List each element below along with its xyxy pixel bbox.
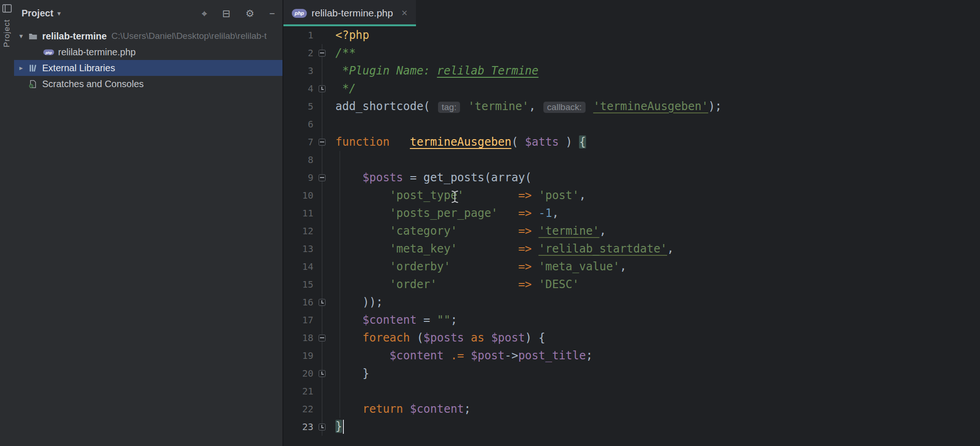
ide-window: Project Project ▾ ⌖⊟⚙− ▾relilab-termineC…	[0, 0, 980, 446]
fold-end-icon[interactable]	[319, 299, 326, 306]
chevron-down-icon[interactable]: ▾	[15, 32, 27, 40]
fold-collapse-icon[interactable]	[319, 334, 326, 342]
text-caret	[343, 420, 344, 434]
collapse-all-icon[interactable]: ⊟	[222, 8, 230, 18]
code-line-17: 17 $content = "";	[283, 311, 980, 329]
line-number: 10	[283, 190, 313, 201]
code-text[interactable]: 'meta_key' => 'relilab_startdate',	[335, 242, 674, 255]
line-number: 15	[283, 279, 313, 290]
tree-item-relilab-termine-root[interactable]: ▾relilab-termineC:\Users\Daniel\Desktop\…	[14, 28, 282, 44]
code-text[interactable]: 'order' => 'DESC'	[335, 278, 579, 291]
gutter-fold-column	[313, 334, 330, 342]
svg-text:php: php	[45, 50, 52, 54]
code-line-11: 11 'posts_per_page' => -1,	[283, 204, 980, 222]
gutter-fold-column	[313, 424, 330, 431]
tool-window-stripe-icon[interactable]	[2, 4, 12, 13]
code-line-13: 13 'meta_key' => 'relilab_startdate',	[283, 240, 980, 258]
code-line-1: 1<?php	[283, 26, 980, 44]
code-text[interactable]: /**	[335, 46, 356, 59]
code-text[interactable]: 'orderby' => 'meta_value',	[335, 260, 626, 273]
line-number: 12	[283, 225, 313, 237]
fold-end-icon[interactable]	[319, 424, 326, 431]
line-number: 4	[283, 83, 313, 94]
fold-end-icon[interactable]	[319, 370, 326, 377]
code-line-5: 5add_shortcode( tag: 'termine', callback…	[283, 97, 980, 115]
code-text[interactable]: function termineAusgeben( $atts ) {	[335, 135, 586, 149]
line-number: 18	[283, 332, 313, 343]
code-line-2: 2/**	[283, 44, 980, 62]
code-text[interactable]: ));	[335, 296, 383, 309]
chevron-right-icon[interactable]: ▸	[15, 64, 27, 72]
gutter-fold-column	[313, 299, 330, 306]
line-number: 11	[283, 208, 313, 219]
code-editor[interactable]: 1<?php2/**3 *Plugin Name: relilab Termin…	[283, 26, 980, 446]
code-line-21: 21	[283, 382, 980, 400]
locate-icon[interactable]: ⌖	[201, 8, 207, 18]
code-text[interactable]: $content .= $post->post_title;	[335, 349, 593, 362]
gutter-fold-column	[313, 50, 330, 57]
code-text[interactable]: }	[335, 420, 344, 434]
code-text[interactable]: }	[335, 367, 369, 380]
editor-tab-bar: php relilab-termine.php ×	[283, 0, 980, 26]
code-text[interactable]: foreach ($posts as $post) {	[335, 331, 545, 344]
hide-panel-icon[interactable]: −	[269, 8, 275, 18]
code-line-22: 22 return $content;	[283, 400, 980, 418]
code-line-4: 4 */	[283, 80, 980, 97]
line-number: 13	[283, 243, 313, 254]
line-number: 17	[283, 314, 313, 326]
code-text[interactable]: <?php	[335, 29, 369, 42]
project-stripe-button[interactable]: Project	[2, 19, 12, 47]
tree-item-label: Scratches and Consoles	[42, 79, 144, 89]
code-text[interactable]: 'post_type' => 'post',	[335, 189, 586, 202]
code-text[interactable]: $posts = get_posts(array(	[335, 171, 532, 184]
line-number: 3	[283, 65, 313, 76]
code-line-20: 20 }	[283, 364, 980, 382]
code-line-23: 23}	[283, 418, 980, 436]
line-number: 19	[283, 350, 313, 361]
project-panel-title[interactable]: Project ▾	[22, 8, 60, 19]
fold-collapse-icon[interactable]	[319, 139, 326, 146]
editor-tab-label: relilab-termine.php	[312, 7, 393, 19]
tab-close-icon[interactable]: ×	[401, 8, 408, 18]
code-line-10: 10 'post_type' => 'post',	[283, 186, 980, 204]
line-number: 9	[283, 172, 313, 183]
editor-tab[interactable]: php relilab-termine.php ×	[283, 0, 416, 26]
folder-icon	[27, 31, 38, 41]
project-panel-toolbar: ⌖⊟⚙−	[201, 8, 275, 18]
tree-item-external-libraries[interactable]: ▸External Libraries	[14, 60, 282, 76]
line-number: 1	[283, 30, 313, 41]
line-number: 16	[283, 297, 313, 308]
code-text[interactable]: 'category' => 'termine',	[335, 224, 606, 238]
settings-gear-icon[interactable]: ⚙	[245, 8, 254, 18]
php-file-icon: php	[292, 9, 307, 18]
chevron-down-icon: ▾	[58, 10, 61, 17]
line-number: 23	[283, 421, 313, 432]
code-text[interactable]: $content = "";	[335, 313, 457, 327]
code-text[interactable]: *Plugin Name: relilab Termine	[335, 64, 539, 77]
tree-item-relilab-termine-php[interactable]: phprelilab-termine.php	[14, 44, 282, 60]
line-number: 7	[283, 136, 313, 148]
code-text[interactable]: */	[335, 82, 356, 95]
tree-item-label: relilab-termine	[42, 31, 107, 42]
project-panel-title-label: Project	[22, 8, 53, 19]
tree-item-path: C:\Users\Daniel\Desktop\relilab\relilab-…	[111, 31, 267, 41]
code-text[interactable]: 'posts_per_page' => -1,	[335, 207, 559, 220]
code-line-9: 9 $posts = get_posts(array(	[283, 169, 980, 186]
code-line-8: 8	[283, 151, 980, 169]
line-number: 21	[283, 386, 313, 397]
tree-item-label: relilab-termine.php	[58, 47, 136, 58]
tree-item-scratches-and-consoles[interactable]: Scratches and Consoles	[14, 76, 282, 92]
fold-collapse-icon[interactable]	[319, 174, 326, 181]
project-panel: Project ▾ ⌖⊟⚙− ▾relilab-termineC:\Users\…	[14, 0, 283, 446]
gutter-fold-column	[313, 139, 330, 146]
code-line-6: 6	[283, 115, 980, 133]
gutter-fold-column	[313, 370, 330, 377]
code-line-3: 3 *Plugin Name: relilab Termine	[283, 62, 980, 80]
line-number: 8	[283, 154, 313, 165]
code-text[interactable]: add_shortcode( tag: 'termine', callback:…	[335, 100, 722, 113]
line-number: 6	[283, 119, 313, 130]
fold-collapse-icon[interactable]	[319, 50, 326, 57]
fold-end-icon[interactable]	[319, 85, 326, 92]
code-line-16: 16 ));	[283, 293, 980, 311]
code-text[interactable]: return $content;	[335, 402, 471, 416]
